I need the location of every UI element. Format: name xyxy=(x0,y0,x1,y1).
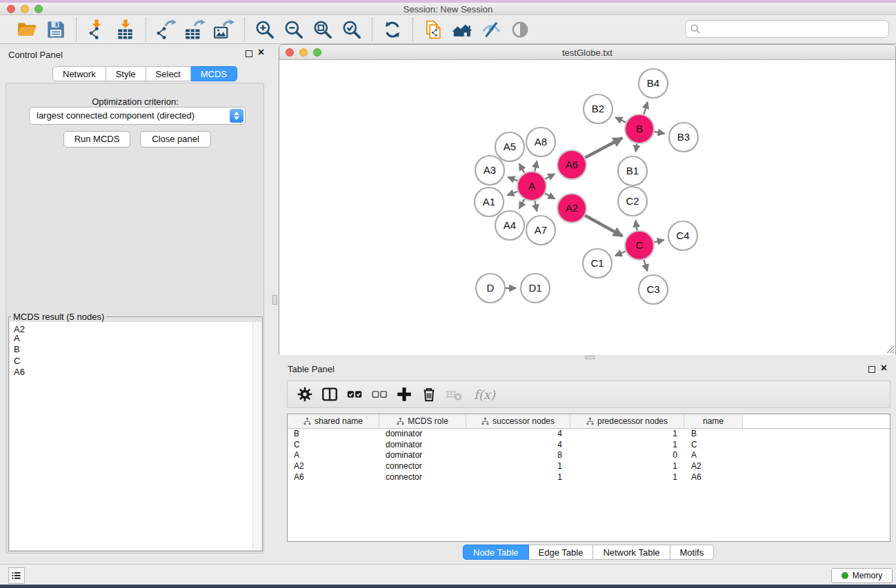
network-canvas[interactable]: AA1A2A3A4A5A6A7A8BB1B2B3B4CC1C2C3C4DD1 xyxy=(279,61,895,355)
zoom-in-icon[interactable] xyxy=(255,19,275,40)
zoom-fit-icon[interactable] xyxy=(312,19,333,40)
table-float-panel-icon[interactable] xyxy=(868,366,875,373)
network-document-icon[interactable] xyxy=(423,19,444,40)
table-cell: 1 xyxy=(570,472,684,483)
table-header-row: shared nameMCDS rolesuccessor nodesprede… xyxy=(288,414,890,429)
add-icon[interactable] xyxy=(395,385,413,403)
mcds-result-item[interactable]: C xyxy=(10,356,261,367)
graph-node-label: B4 xyxy=(647,77,659,89)
export-table-icon[interactable] xyxy=(185,19,206,40)
network-view-window: testGlobe.txt AA1A2A3A4A5A6A7A8BB1B2B3B4… xyxy=(279,44,896,355)
tab-motifs[interactable]: Motifs xyxy=(670,545,715,560)
table-row[interactable]: A6connector11A6 xyxy=(288,472,890,483)
table-row[interactable]: A2connector11A2 xyxy=(288,461,890,472)
save-session-icon[interactable] xyxy=(46,19,66,40)
criterion-dropdown[interactable]: largest connected component (directed) xyxy=(29,107,246,125)
session-title: Session: New Session xyxy=(0,4,896,14)
graph-node-label: A8 xyxy=(535,136,547,148)
mcds-result-item[interactable]: A xyxy=(10,333,261,344)
search-input[interactable] xyxy=(685,20,889,38)
search-field-wrap xyxy=(685,20,889,38)
float-panel-icon[interactable] xyxy=(246,50,252,57)
column-header[interactable]: predecessor nodes xyxy=(570,414,684,428)
home-icon[interactable] xyxy=(452,19,472,40)
table-cell: connector xyxy=(379,461,466,472)
graph-node-label: D xyxy=(487,282,495,294)
dropdown-stepper-icon xyxy=(230,109,243,123)
refresh-icon[interactable] xyxy=(382,19,403,40)
table-cell: 1 xyxy=(466,472,570,483)
column-header[interactable]: successor nodes xyxy=(466,414,570,428)
gear-icon[interactable] xyxy=(296,385,314,403)
close-panel-icon[interactable]: × xyxy=(258,46,264,59)
table-close-panel-icon[interactable]: × xyxy=(881,362,887,374)
mcds-result-title: MCDS result (5 nodes) xyxy=(11,312,106,322)
graph-node-label: A4 xyxy=(504,219,516,231)
horizontal-split-handle[interactable] xyxy=(585,356,595,359)
import-table-icon[interactable] xyxy=(115,19,136,40)
mcds-result-group: MCDS result (5 nodes) A2ABCA6 xyxy=(8,312,263,551)
table-cell: dominator xyxy=(379,429,466,440)
table-cell: C xyxy=(684,440,743,451)
table-cell: 4 xyxy=(466,429,570,440)
mcds-result-item[interactable]: A2 xyxy=(10,322,261,333)
search-icon xyxy=(690,24,700,34)
list-icon xyxy=(10,569,23,582)
control-panel-header: Control Panel × xyxy=(0,44,270,65)
zoom-out-icon[interactable] xyxy=(283,19,304,40)
tab-network[interactable]: Network xyxy=(52,66,106,81)
import-network-icon[interactable] xyxy=(86,19,107,40)
control-panel-title: Control Panel xyxy=(8,50,63,60)
node-table: shared nameMCDS rolesuccessor nodesprede… xyxy=(287,414,890,542)
result-list-scrollbar[interactable] xyxy=(252,322,261,550)
graph-node-label: B xyxy=(636,123,643,134)
export-network-icon[interactable] xyxy=(156,19,177,40)
show-eye-icon[interactable] xyxy=(510,19,530,40)
export-image-icon[interactable] xyxy=(214,19,235,40)
mcds-result-item[interactable]: B xyxy=(10,344,261,355)
hide-eye-icon[interactable] xyxy=(481,19,501,40)
deselect-all-icon[interactable] xyxy=(370,385,388,403)
tab-network-table[interactable]: Network Table xyxy=(593,545,670,560)
column-header[interactable]: shared name xyxy=(288,414,379,428)
column-header[interactable]: MCDS role xyxy=(379,414,466,428)
run-mcds-button[interactable]: Run MCDS xyxy=(63,131,130,148)
delete-icon[interactable] xyxy=(420,385,438,403)
select-all-icon[interactable] xyxy=(346,385,364,403)
zoom-selected-icon[interactable] xyxy=(341,19,362,40)
graph-node-label: B1 xyxy=(626,165,639,176)
memory-label: Memory xyxy=(853,571,882,580)
tab-select[interactable]: Select xyxy=(146,66,191,81)
tab-style[interactable]: Style xyxy=(106,66,146,81)
mcds-result-item[interactable]: A6 xyxy=(10,367,261,378)
column-type-icon xyxy=(481,418,489,425)
table-cell: A6 xyxy=(288,472,379,483)
split-columns-icon[interactable] xyxy=(321,385,339,403)
table-row[interactable]: Adominator80A xyxy=(288,450,890,461)
graph-node-label: A xyxy=(528,180,535,192)
table-cell: dominator xyxy=(379,440,466,451)
tab-mcds[interactable]: MCDS xyxy=(191,66,237,81)
graph-node-label: D1 xyxy=(528,282,541,294)
vertical-split-handle[interactable] xyxy=(272,295,277,305)
graph-node-label: C1 xyxy=(590,257,604,269)
table-row[interactable]: Bdominator41B xyxy=(288,429,890,440)
table-cell: A xyxy=(288,450,379,461)
graph-node-label: C xyxy=(636,239,644,251)
tab-edge-table[interactable]: Edge Table xyxy=(529,545,594,560)
function-builder-icon: f(x) xyxy=(470,387,495,402)
control-panel: Control Panel × NetworkStyleSelectMCDS O… xyxy=(0,44,270,564)
column-header[interactable]: name xyxy=(684,414,743,428)
table-cell: A xyxy=(684,450,743,461)
task-history-button[interactable] xyxy=(8,567,25,584)
graph-node-label: B2 xyxy=(592,103,604,114)
horizontal-split-divider[interactable] xyxy=(279,355,896,360)
table-row[interactable]: Cdominator41C xyxy=(288,440,890,451)
close-panel-button[interactable]: Close panel xyxy=(140,131,211,148)
open-session-icon[interactable] xyxy=(17,19,37,40)
main-toolbar xyxy=(0,15,896,44)
resize-grip-icon[interactable] xyxy=(886,345,895,354)
memory-button[interactable]: Memory xyxy=(831,568,893,583)
tab-node-table[interactable]: Node Table xyxy=(463,545,529,560)
table-panel: Table Panel × f(x) shared nameMCDS roles… xyxy=(279,360,896,564)
